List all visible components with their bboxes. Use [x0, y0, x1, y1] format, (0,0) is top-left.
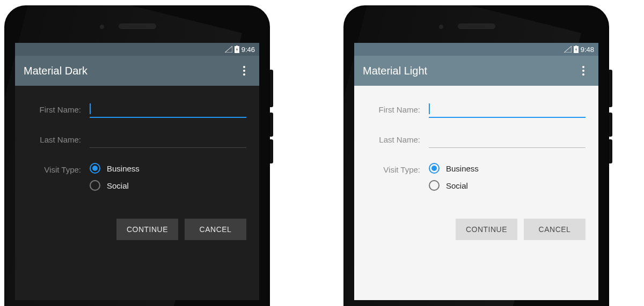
first-name-field[interactable]	[90, 102, 246, 118]
screen-dark: 9:46 Material Dark First Name: Last Name…	[15, 43, 259, 300]
continue-button[interactable]: CONTINUE	[116, 219, 178, 240]
svg-point-3	[243, 70, 245, 72]
visit-type-label: Visit Type:	[367, 162, 429, 174]
status-bar: 9:46	[15, 43, 259, 56]
form-content: First Name: Last Name: Visit Type: Busin…	[15, 86, 259, 213]
battery-charging-icon	[235, 46, 239, 53]
last-name-field[interactable]	[90, 132, 246, 148]
radio-social-label: Social	[446, 181, 468, 190]
radio-business[interactable]: Business	[429, 163, 586, 174]
svg-point-4	[243, 73, 245, 76]
continue-button[interactable]: CONTINUE	[456, 219, 517, 240]
power-button	[609, 70, 612, 107]
first-name-label: First Name:	[367, 102, 429, 114]
last-name-row: Last Name:	[28, 132, 246, 148]
volume-up-button	[270, 113, 273, 137]
app-toolbar: Material Light	[354, 56, 598, 86]
svg-point-7	[582, 66, 584, 68]
visit-type-row: Visit Type: Business Social	[367, 162, 586, 191]
button-row: CONTINUE CANCEL	[15, 219, 259, 240]
power-button	[270, 70, 273, 107]
svg-rect-1	[236, 46, 238, 47]
app-toolbar: Material Dark	[15, 56, 259, 86]
radio-social[interactable]: Social	[90, 180, 246, 191]
radio-business-label: Business	[107, 164, 140, 173]
svg-point-2	[243, 66, 245, 68]
speaker-grill	[458, 24, 495, 29]
cancel-button[interactable]: CANCEL	[524, 219, 586, 240]
last-name-input[interactable]	[429, 132, 586, 148]
device-frame-light: 9:48 Material Light First Name: Last Nam…	[343, 5, 609, 306]
radio-icon	[429, 180, 440, 191]
text-cursor	[429, 103, 430, 114]
volume-up-button	[609, 113, 612, 137]
last-name-input[interactable]	[90, 132, 246, 148]
volume-down-button	[609, 139, 612, 163]
visit-type-group: Business Social	[90, 162, 246, 191]
volume-down-button	[270, 139, 273, 163]
signal-icon	[225, 46, 232, 53]
radio-social-label: Social	[107, 181, 129, 190]
last-name-label: Last Name:	[367, 132, 429, 144]
status-time: 9:46	[241, 46, 255, 54]
radio-icon	[90, 180, 100, 191]
overflow-menu-button[interactable]	[577, 66, 590, 76]
proximity-sensor	[100, 25, 104, 29]
first-name-row: First Name:	[28, 102, 246, 118]
svg-rect-6	[575, 46, 577, 47]
cancel-button[interactable]: CANCEL	[185, 219, 246, 240]
button-row: CONTINUE CANCEL	[354, 219, 598, 240]
radio-icon	[90, 163, 100, 174]
proximity-sensor	[439, 25, 443, 29]
svg-point-9	[582, 73, 584, 76]
status-time: 9:48	[581, 46, 594, 54]
text-cursor	[90, 103, 91, 114]
last-name-row: Last Name:	[367, 132, 586, 148]
visit-type-row: Visit Type: Business Social	[28, 162, 246, 191]
last-name-label: Last Name:	[28, 132, 90, 144]
first-name-input[interactable]	[429, 102, 586, 118]
speaker-grill	[119, 24, 156, 29]
first-name-label: First Name:	[28, 102, 90, 114]
radio-business[interactable]: Business	[90, 163, 246, 174]
status-bar: 9:48	[354, 43, 598, 56]
more-vert-icon	[243, 66, 245, 76]
first-name-row: First Name:	[367, 102, 586, 118]
svg-point-8	[582, 70, 584, 72]
overflow-menu-button[interactable]	[238, 66, 251, 76]
radio-business-label: Business	[446, 164, 479, 173]
first-name-input[interactable]	[90, 102, 246, 118]
signal-icon	[564, 46, 572, 53]
visit-type-group: Business Social	[429, 162, 586, 191]
form-content: First Name: Last Name: Visit Type: Busin…	[354, 86, 598, 213]
app-title: Material Light	[363, 65, 427, 77]
first-name-field[interactable]	[429, 102, 586, 118]
radio-social[interactable]: Social	[429, 180, 586, 191]
radio-icon	[429, 163, 440, 174]
visit-type-label: Visit Type:	[28, 162, 90, 174]
battery-charging-icon	[574, 46, 579, 53]
device-frame-dark: 9:46 Material Dark First Name: Last Name…	[4, 5, 270, 306]
screen-light: 9:48 Material Light First Name: Last Nam…	[354, 43, 598, 300]
app-title: Material Dark	[24, 65, 87, 77]
last-name-field[interactable]	[429, 132, 586, 148]
more-vert-icon	[582, 66, 584, 76]
